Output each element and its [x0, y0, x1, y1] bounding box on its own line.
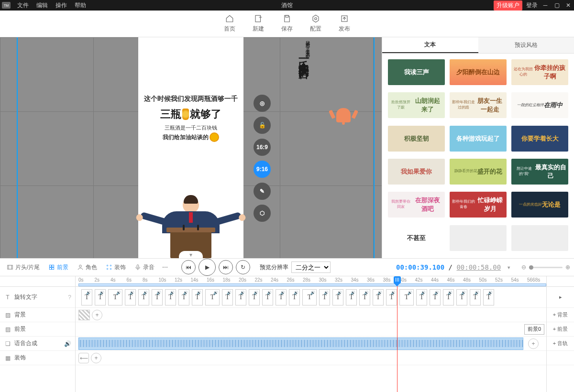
- text-clip[interactable]: 🔊T: [108, 289, 122, 305]
- menu-action[interactable]: 操作: [52, 1, 71, 10]
- more-icon[interactable]: ⋯: [160, 264, 170, 271]
- template-item[interactable]: 你要学着长大: [511, 126, 568, 152]
- text-line-4[interactable]: 我们给加油站谈的: [143, 132, 239, 142]
- edit-icon[interactable]: ✎: [254, 183, 271, 200]
- template-item[interactable]: 还在为我担心的你牵挂的孩子啊: [511, 59, 568, 85]
- text-clip[interactable]: 🔊T: [373, 289, 384, 305]
- text-clip[interactable]: 🔊T: [95, 289, 106, 305]
- play-icon[interactable]: ▶: [199, 259, 216, 276]
- text-clip[interactable]: 🔊T: [125, 289, 136, 305]
- template-item[interactable]: 积极坚韧: [388, 126, 445, 152]
- text-clip[interactable]: 🔊T: [319, 289, 330, 305]
- seg-character[interactable]: 角色: [74, 263, 100, 272]
- tool-save[interactable]: 保存: [281, 14, 293, 33]
- zoom-slider[interactable]: [529, 267, 563, 268]
- seg-title[interactable]: 片头/片尾: [4, 263, 43, 272]
- text-clip[interactable]: 🔊T: [152, 289, 163, 305]
- text-clip[interactable]: 🔊T: [483, 289, 494, 305]
- resolution-select[interactable]: 二分之一: [291, 261, 331, 273]
- lane-deco[interactable]: ⟵+: [76, 351, 546, 365]
- tab-text[interactable]: 文本: [382, 37, 478, 53]
- template-item[interactable]: 欣欣然张开了眼山朗润起来了: [388, 92, 445, 118]
- lane-voice[interactable]: +: [76, 337, 546, 351]
- add-bg-button[interactable]: + 背景: [547, 308, 574, 322]
- menu-edit[interactable]: 编辑: [33, 1, 52, 10]
- menu-help[interactable]: 帮助: [71, 1, 90, 10]
- add-audio-icon[interactable]: +: [528, 338, 539, 349]
- text-clip[interactable]: 🔊T: [289, 289, 300, 305]
- deco-handle-icon[interactable]: ⟵: [78, 353, 89, 363]
- timeline-body[interactable]: 0s2s4s6s8s10s12s14s16s18s20s22s24s26s28s…: [76, 276, 546, 392]
- template-item[interactable]: 想让中途的"我"最真实的自己: [511, 159, 568, 185]
- text-clip[interactable]: 🔊T: [192, 289, 203, 305]
- skip-back-icon[interactable]: ⏮: [181, 260, 196, 274]
- text-scroll-icon[interactable]: ▸: [547, 287, 574, 308]
- lane-fg[interactable]: 前景0: [76, 322, 546, 337]
- track-label-text[interactable]: T旋转文字?: [0, 287, 75, 308]
- ratio-16-9-button[interactable]: 16:9: [254, 139, 271, 156]
- loop-icon[interactable]: ↻: [236, 260, 250, 274]
- template-item[interactable]: 夕阳醉倒在山边: [450, 59, 507, 85]
- text-clip[interactable]: 🔊T: [430, 289, 441, 305]
- template-item[interactable]: 静静看开的花盛开的花: [450, 159, 507, 185]
- tool-home[interactable]: 首页: [224, 14, 235, 33]
- time-ruler[interactable]: 0s2s4s6s8s10s12s14s16s18s20s22s24s26s28s…: [76, 276, 546, 287]
- minimize-icon[interactable]: ─: [541, 1, 549, 9]
- audio-clip[interactable]: [78, 338, 523, 350]
- skip-forward-icon[interactable]: ⏭: [219, 260, 233, 274]
- settings-icon[interactable]: ⬡: [254, 205, 271, 222]
- text-clip[interactable]: 🔊T: [416, 289, 427, 305]
- speaker-character[interactable]: [148, 197, 234, 258]
- text-clip[interactable]: 🔊T: [456, 289, 467, 305]
- text-clip[interactable]: 🔊T: [386, 289, 397, 305]
- tool-config[interactable]: 配置: [310, 14, 321, 33]
- zoom-in-icon[interactable]: ⊕: [565, 264, 570, 271]
- text-clip[interactable]: 🔊T: [399, 289, 414, 305]
- upgrade-button[interactable]: 升级账户: [494, 0, 522, 11]
- bell-icon[interactable]: [330, 104, 357, 131]
- track-label-bg[interactable]: ▨背景: [0, 308, 75, 322]
- add-deco-icon[interactable]: +: [91, 353, 101, 363]
- tool-publish[interactable]: 发布: [339, 14, 350, 33]
- vertical-text[interactable]: 我的意思"是一个非常大的广告氏一个非常大的广告: [297, 37, 311, 171]
- menu-file[interactable]: 文件: [13, 1, 33, 10]
- canvas-frame[interactable]: 这个时候我们发现两瓶酒够一千 三瓶就够了 三瓶酒是一千二百块钱 我们给加油站谈的…: [138, 37, 243, 258]
- template-item[interactable]: 不甚至: [388, 225, 445, 251]
- text-clip[interactable]: 🔊T: [235, 289, 246, 305]
- target-icon[interactable]: ◎: [254, 95, 271, 112]
- login-button[interactable]: 登录: [526, 1, 538, 10]
- bg-clip[interactable]: [78, 310, 90, 320]
- help-icon[interactable]: ?: [68, 294, 71, 301]
- add-bg-icon[interactable]: +: [92, 310, 102, 320]
- seg-foreground[interactable]: 前景: [45, 263, 71, 272]
- text-clip[interactable]: 🔊T: [359, 289, 370, 305]
- template-item[interactable]: 各种游戏玩起了: [450, 126, 507, 152]
- ratio-9-16-button[interactable]: 9:16: [254, 161, 271, 178]
- lane-text[interactable]: 🔊T🔊T🔊T🔊T🔊T🔊T🔊T🔊T🔊T🔊T🔊T🔊T🔊T🔊T🔊T🔊T🔊T🔊T🔊T🔊T…: [76, 287, 546, 308]
- tab-preset-style[interactable]: 预设风格: [478, 37, 574, 53]
- fg-clip[interactable]: 前景0: [524, 324, 544, 335]
- add-audio-button[interactable]: + 音轨: [547, 337, 574, 351]
- text-clip[interactable]: 🔊T: [165, 289, 176, 305]
- text-line-1[interactable]: 这个时候我们发现两瓶酒够一千: [143, 95, 239, 103]
- text-line-3[interactable]: 三瓶酒是一千二百块钱: [143, 124, 239, 131]
- time-dropdown-icon[interactable]: ▾: [507, 263, 511, 271]
- add-fg-button[interactable]: + 前景: [547, 322, 574, 337]
- volume-icon[interactable]: 🔊: [64, 340, 71, 347]
- text-clip[interactable]: 🔊T: [249, 289, 260, 305]
- text-clip[interactable]: 🔊T: [178, 289, 189, 305]
- canvas-area[interactable]: 这个时候我们发现两瓶酒够一千 三瓶就够了 三瓶酒是一千二百块钱 我们给加油站谈的…: [0, 37, 382, 258]
- text-clip[interactable]: 🔊T: [302, 289, 317, 305]
- lock-icon[interactable]: 🔓: [254, 117, 271, 134]
- maximize-icon[interactable]: ▢: [553, 1, 561, 9]
- text-clip[interactable]: 🔊T: [332, 289, 343, 305]
- text-clip[interactable]: 🔊T: [138, 289, 149, 305]
- track-label-voice[interactable]: ❏语音合成🔊: [0, 337, 75, 351]
- text-clip[interactable]: 🔊T: [276, 289, 287, 305]
- text-clip[interactable]: 🔊T: [470, 289, 481, 305]
- time-total[interactable]: 00:00:58.00: [456, 263, 501, 271]
- template-item[interactable]: 我想要带你回家在那深夜酒吧: [388, 192, 445, 218]
- text-clip[interactable]: 🔊T: [81, 289, 92, 305]
- template-item[interactable]: 一段的红尘相伴在雨中: [511, 92, 568, 118]
- template-item[interactable]: 我如果爱你: [388, 159, 445, 185]
